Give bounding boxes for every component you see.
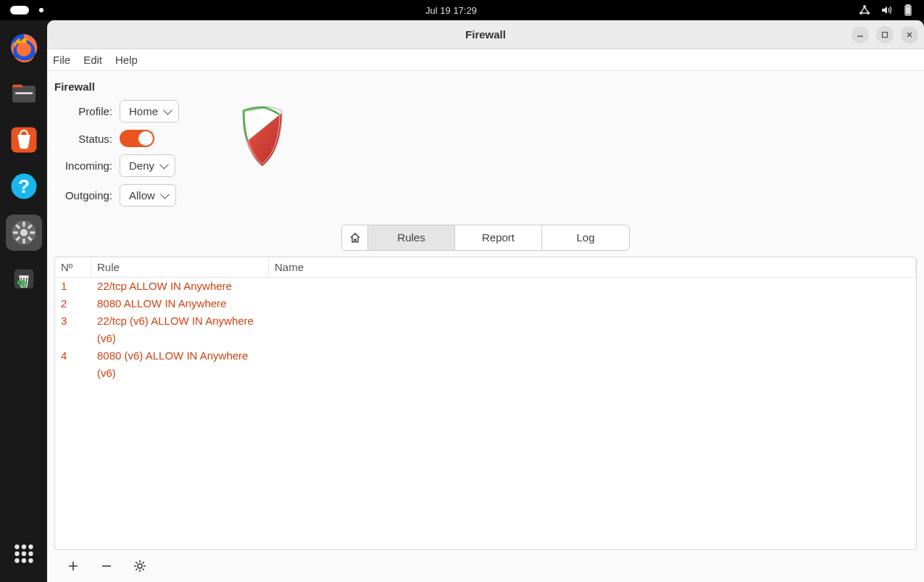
home-icon <box>349 231 362 244</box>
status-toggle[interactable] <box>120 130 154 147</box>
clock[interactable]: Jul 19 17:29 <box>425 5 477 16</box>
gear-icon <box>133 560 146 573</box>
table-row[interactable]: 28080 ALLOW IN Anywhere <box>55 295 916 312</box>
svg-line-43 <box>136 562 137 563</box>
svg-rect-10 <box>14 92 33 94</box>
view-switcher: Rules Report Log <box>341 225 630 251</box>
svg-line-44 <box>143 569 144 570</box>
gufw-shield-icon <box>237 104 288 170</box>
svg-point-38 <box>138 564 142 568</box>
svg-text:?: ? <box>17 175 29 197</box>
table-row[interactable]: 322/tcp (v6) ALLOW IN Anywhere (v6) <box>55 312 916 347</box>
outgoing-select[interactable]: Allow <box>120 184 176 207</box>
tab-rules[interactable]: Rules <box>368 225 455 250</box>
svg-rect-5 <box>907 7 910 14</box>
tab-log[interactable]: Log <box>542 225 629 250</box>
svg-point-30 <box>14 552 19 556</box>
cell-name <box>269 295 916 312</box>
cell-rule: 22/tcp (v6) ALLOW IN Anywhere (v6) <box>91 312 269 347</box>
app-heading: Firewall <box>54 80 917 93</box>
svg-rect-37 <box>883 32 888 37</box>
edit-rule-button[interactable] <box>133 559 147 573</box>
profile-label: Profile: <box>54 105 112 117</box>
cell-name <box>269 278 916 295</box>
minus-icon <box>101 560 112 572</box>
app-window: Firewall File Edit Help Firewall Profile… <box>47 20 924 582</box>
cell-n: 2 <box>55 295 91 312</box>
menu-file[interactable]: File <box>53 54 70 66</box>
svg-rect-9 <box>12 87 36 102</box>
menu-help[interactable]: Help <box>115 54 138 66</box>
dock-software[interactable] <box>6 122 42 158</box>
window-title: Firewall <box>465 28 506 41</box>
svg-rect-18 <box>13 231 18 233</box>
rules-table: Nº Rule Name 122/tcp ALLOW IN Anywhere28… <box>54 257 917 550</box>
table-row[interactable]: 122/tcp ALLOW IN Anywhere <box>55 278 916 295</box>
outgoing-label: Outgoing: <box>54 189 112 201</box>
tab-home[interactable] <box>342 225 368 250</box>
profile-select[interactable]: Home <box>120 100 179 122</box>
cell-n: 4 <box>55 347 91 382</box>
svg-point-32 <box>28 552 33 556</box>
svg-point-31 <box>21 552 25 556</box>
svg-line-45 <box>136 569 137 570</box>
profile-value: Home <box>129 105 158 117</box>
network-icon[interactable] <box>859 4 870 16</box>
dock-trash[interactable] <box>6 261 42 297</box>
svg-point-33 <box>14 558 19 562</box>
system-topbar: Jul 19 17:29 <box>0 0 924 20</box>
minimize-button[interactable] <box>852 26 869 43</box>
titlebar: Firewall <box>47 20 924 49</box>
battery-icon[interactable] <box>902 4 914 16</box>
add-rule-button[interactable] <box>66 559 80 573</box>
header-n[interactable]: Nº <box>55 257 91 277</box>
cell-n: 3 <box>55 312 91 347</box>
cell-rule: 8080 ALLOW IN Anywhere <box>91 295 269 312</box>
svg-point-15 <box>20 229 28 236</box>
maximize-button[interactable] <box>876 26 894 43</box>
svg-rect-19 <box>30 231 35 233</box>
volume-icon[interactable] <box>881 4 892 16</box>
incoming-value: Deny <box>129 159 154 172</box>
status-label: Status: <box>54 133 112 145</box>
tab-report[interactable]: Report <box>455 225 542 250</box>
dock-settings[interactable] <box>6 215 42 251</box>
svg-point-27 <box>14 544 19 549</box>
cell-name <box>269 347 916 382</box>
remove-rule-button[interactable] <box>99 559 114 573</box>
menubar: File Edit Help <box>47 49 924 71</box>
svg-rect-17 <box>22 238 25 244</box>
svg-point-34 <box>21 558 25 562</box>
svg-point-29 <box>28 544 33 549</box>
table-row[interactable]: 48080 (v6) ALLOW IN Anywhere (v6) <box>55 347 916 382</box>
cell-n: 1 <box>55 278 91 295</box>
workspace-dot <box>39 8 43 12</box>
cell-rule: 22/tcp ALLOW IN Anywhere <box>91 278 269 295</box>
svg-line-46 <box>143 562 144 563</box>
svg-point-28 <box>21 544 25 549</box>
header-name[interactable]: Name <box>269 257 916 277</box>
plus-icon <box>67 560 79 572</box>
incoming-select[interactable]: Deny <box>120 154 175 177</box>
activities-pill[interactable] <box>10 6 29 14</box>
close-button[interactable] <box>901 26 918 43</box>
incoming-label: Incoming: <box>54 159 112 172</box>
svg-point-35 <box>28 558 33 562</box>
dock-firefox[interactable] <box>6 29 42 65</box>
cell-name <box>269 312 916 347</box>
dock: ? <box>0 20 47 582</box>
dock-show-apps[interactable] <box>6 536 42 572</box>
header-rule[interactable]: Rule <box>91 257 269 277</box>
dock-files[interactable] <box>6 75 42 112</box>
dock-help[interactable]: ? <box>6 168 42 204</box>
footer-toolbar <box>54 550 917 582</box>
outgoing-value: Allow <box>129 189 155 201</box>
svg-rect-16 <box>22 222 25 227</box>
menu-edit[interactable]: Edit <box>83 54 102 66</box>
cell-rule: 8080 (v6) ALLOW IN Anywhere (v6) <box>91 347 269 382</box>
